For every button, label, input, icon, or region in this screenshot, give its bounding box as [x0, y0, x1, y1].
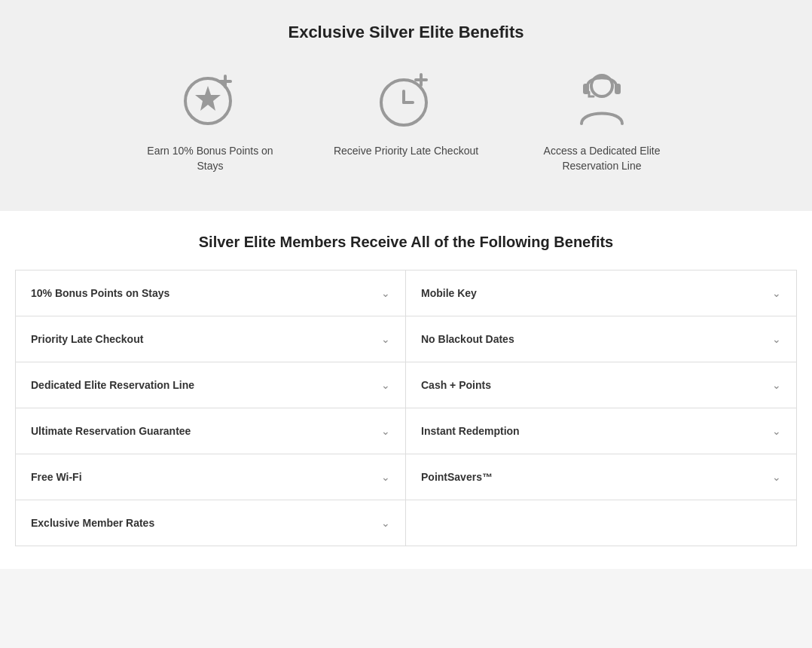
- benefit-item-priority-late-checkout[interactable]: Priority Late Checkout ⌄: [16, 316, 406, 362]
- svg-marker-1: [195, 86, 221, 111]
- benefit-label: Cash + Points: [421, 379, 491, 391]
- benefit-item-no-blackout-dates[interactable]: No Blackout Dates ⌄: [406, 316, 796, 362]
- icon-item-bonus-points: Earn 10% Bonus Points on Stays: [135, 65, 285, 173]
- benefit-label: Exclusive Member Rates: [31, 517, 154, 529]
- icon-item-reservation-line: Access a Dedicated Elite Reservation Lin…: [527, 65, 677, 173]
- chevron-down-icon: ⌄: [772, 379, 781, 391]
- reservation-line-label: Access a Dedicated Elite Reservation Lin…: [527, 144, 677, 173]
- headset-icon: [568, 65, 636, 133]
- benefits-grid: 10% Bonus Points on Stays ⌄ Mobile Key ⌄…: [15, 270, 797, 546]
- benefit-item-empty: [406, 500, 796, 546]
- benefit-label: Ultimate Reservation Guarantee: [31, 425, 191, 437]
- chevron-down-icon: ⌄: [381, 287, 390, 299]
- chevron-down-icon: ⌄: [772, 333, 781, 345]
- chevron-down-icon: ⌄: [381, 333, 390, 345]
- chevron-down-icon: ⌄: [381, 425, 390, 437]
- benefit-label: 10% Bonus Points on Stays: [31, 287, 169, 299]
- benefit-label: Free Wi-Fi: [31, 471, 82, 483]
- benefit-item-bonus-points-stays[interactable]: 10% Bonus Points on Stays ⌄: [16, 271, 406, 316]
- chevron-down-icon: ⌄: [772, 425, 781, 437]
- benefit-label: PointSavers™: [421, 471, 493, 483]
- benefit-item-exclusive-member-rates[interactable]: Exclusive Member Rates ⌄: [16, 500, 406, 546]
- star-plus-icon: [176, 65, 244, 133]
- benefit-item-mobile-key[interactable]: Mobile Key ⌄: [406, 271, 796, 316]
- icon-item-late-checkout: Receive Priority Late Checkout: [331, 65, 481, 173]
- benefit-item-cash-points[interactable]: Cash + Points ⌄: [406, 362, 796, 408]
- main-title: Exclusive Silver Elite Benefits: [15, 23, 797, 42]
- benefit-item-dedicated-elite-line[interactable]: Dedicated Elite Reservation Line ⌄: [16, 362, 406, 408]
- benefit-label: Instant Redemption: [421, 425, 520, 437]
- chevron-down-icon: ⌄: [772, 287, 781, 299]
- bonus-points-label: Earn 10% Bonus Points on Stays: [135, 144, 285, 173]
- bottom-section: Silver Elite Members Receive All of the …: [0, 211, 812, 569]
- chevron-down-icon: ⌄: [381, 379, 390, 391]
- benefit-label: Dedicated Elite Reservation Line: [31, 379, 194, 391]
- benefit-item-instant-redemption[interactable]: Instant Redemption ⌄: [406, 408, 796, 454]
- chevron-down-icon: ⌄: [772, 471, 781, 483]
- benefit-item-ultimate-reservation[interactable]: Ultimate Reservation Guarantee ⌄: [16, 408, 406, 454]
- benefit-label: No Blackout Dates: [421, 333, 514, 345]
- benefit-item-free-wifi[interactable]: Free Wi-Fi ⌄: [16, 454, 406, 500]
- clock-plus-icon: [372, 65, 440, 133]
- benefit-label: Priority Late Checkout: [31, 333, 143, 345]
- chevron-down-icon: ⌄: [381, 517, 390, 529]
- late-checkout-label: Receive Priority Late Checkout: [334, 144, 478, 159]
- icons-row: Earn 10% Bonus Points on Stays Receive P…: [15, 65, 797, 173]
- top-section: Exclusive Silver Elite Benefits Earn 10%…: [0, 0, 812, 211]
- svg-rect-11: [615, 84, 621, 94]
- benefit-item-pointsavers[interactable]: PointSavers™ ⌄: [406, 454, 796, 500]
- benefit-label: Mobile Key: [421, 287, 477, 299]
- benefits-title: Silver Elite Members Receive All of the …: [15, 234, 797, 251]
- chevron-down-icon: ⌄: [381, 471, 390, 483]
